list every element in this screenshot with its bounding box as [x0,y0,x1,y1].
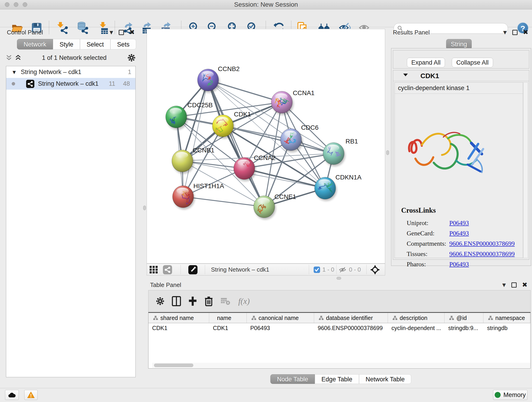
node-CDKN1A[interactable] [315,177,337,201]
column-header-shared-name[interactable]: shared name [148,313,209,323]
network-row[interactable]: String Network – cdk1 11 48 [6,78,135,89]
delete-column-trash-icon[interactable] [204,296,213,306]
node-CCNA1[interactable] [271,91,293,115]
column-header-description[interactable]: description [388,313,445,323]
node-label-CCNB1: CCNB1 [193,147,215,154]
bottom-splitter-grip[interactable] [336,277,341,280]
column-header-canonical-name[interactable]: canonical name [247,313,314,323]
node-CCNA2[interactable] [234,157,256,181]
node-label-CCNB2: CCNB2 [218,65,240,72]
tab-style[interactable]: Style [53,39,80,50]
show-columns-icon[interactable] [172,296,181,306]
crosslink-link[interactable]: 9606.ENSP00000378699 [449,250,515,258]
column-header-label: shared name [160,315,194,321]
crosslink-link[interactable]: 9606.ENSP00000378699 [449,240,515,247]
collection-expand-icon[interactable]: ▼ [13,70,16,75]
table-panel: Table Panel ▼ ✖ [145,280,532,388]
node-CDK1[interactable] [212,115,234,139]
crosslink-link[interactable]: P06493 [449,219,469,227]
hidden-count-eye-icon[interactable] [339,267,346,273]
tab-edge-table[interactable]: Edge Table [315,374,359,384]
birds-eye-view-icon[interactable] [370,265,380,274]
protein-description: cyclin-dependent kinase 1 [395,83,523,94]
cloud-status-button[interactable] [5,390,19,400]
crosslink-link[interactable]: P06493 [449,230,469,237]
protein-section-header[interactable]: CDK1 [393,70,529,81]
network-options-gear-icon[interactable] [127,54,136,62]
network-collection-row[interactable]: ▼ String Network – cdk1 1 [6,66,135,78]
left-splitter-grip[interactable] [143,206,146,210]
control-panel-float-icon[interactable] [119,30,124,35]
table-settings-gear-icon[interactable] [156,297,165,306]
section-collapse-icon[interactable] [403,73,408,77]
crosslink-link[interactable]: P06493 [449,261,469,268]
results-scrollbar[interactable] [523,82,528,258]
tab-node-table[interactable]: Node Table [270,374,315,384]
table-panel-menu-icon[interactable]: ▼ [502,283,506,287]
node-HIST1H1A[interactable] [172,186,195,210]
node-RB1[interactable] [323,143,345,166]
node-CDC6[interactable] [280,128,303,153]
expand-collapse-box: Expand All Collapse All [393,50,529,69]
table-cell: 9606.ENSP00000378699 [314,323,388,333]
network-list-toolbar: 1 of 1 Network selected [6,53,136,63]
table-horizontal-scrollbar [152,363,531,368]
crosslinks-heading: CrossLinks [401,206,515,215]
window-titlebar: Session: New Session [0,0,532,9]
table-panel-float-icon[interactable] [511,282,517,288]
selected-count-checkbox-icon[interactable] [314,267,320,273]
column-header-database-identifier[interactable]: database identifier [314,313,388,323]
node-label-CCNA2: CCNA2 [254,154,276,161]
node-CCNE1[interactable] [254,196,276,220]
tab-network-table[interactable]: Network Table [359,374,412,384]
results-panel-menu-icon[interactable]: ▼ [503,30,507,35]
node-label-CCNE1: CCNE1 [274,193,296,200]
grid-view-icon[interactable] [150,266,158,274]
control-panel-menu-icon[interactable]: ▼ [109,30,113,35]
collection-name: String Network – cdk1 [21,69,128,76]
collapse-all-button[interactable]: Collapse All [452,58,493,67]
tab-select[interactable]: Select [80,39,110,50]
crosslink-label: Pharos: [407,261,449,268]
column-header-label: canonical name [259,315,299,321]
memory-button[interactable]: Memory [493,390,527,400]
tab-sets[interactable]: Sets [110,39,136,50]
network-list: ▼ String Network – cdk1 1 String Network… [6,66,136,377]
shared-column-icon [153,316,158,320]
results-panel-float-icon[interactable] [512,30,518,35]
results-panel-close-icon[interactable]: ✖ [523,29,528,36]
column-header-namespace[interactable]: namespace [483,313,530,323]
table-row[interactable]: CDK1CDK1P064939606.ENSP00000378699cyclin… [148,323,530,333]
cloud-icon [8,392,16,398]
tab-network[interactable]: Network [17,39,53,50]
warnings-button[interactable] [24,390,38,400]
network-badge-icon[interactable] [163,265,172,274]
network-canvas[interactable]: CCNB2CCNA1CDC25BCDK1CDC6RB1CCNB1CCNA2CDK… [147,29,385,264]
node-label-CCNA1: CCNA1 [293,89,315,96]
create-column-icon[interactable] [188,296,197,306]
column-header-name[interactable]: name [209,313,247,323]
shared-column-icon [393,316,398,320]
crosslink-label: Tissues: [407,250,449,258]
detach-view-icon[interactable] [188,265,197,274]
table-scrollbar-thumb[interactable] [154,364,193,367]
crosslink-label: Uniprot: [407,219,449,227]
column-header-label: database identifier [326,315,373,321]
node-table: shared namenamecanonical namedatabase id… [148,312,531,369]
table-cell: stringdb:9... [444,323,483,333]
node-CDC25B[interactable] [166,106,188,130]
expand-all-icon[interactable] [15,55,21,61]
protein-details: cyclin-dependent kinase 1 [394,82,523,258]
shared-column-icon [449,316,454,320]
delete-table-icon [220,297,230,305]
column-header--id[interactable]: @id [444,313,483,323]
expand-all-button[interactable]: Expand All [407,58,445,67]
warning-icon [27,391,35,398]
collapse-all-icon[interactable] [6,55,12,61]
control-panel-close-icon[interactable]: ✖ [129,29,135,36]
node-label-HIST1H1A: HIST1H1A [193,182,224,190]
right-splitter-grip[interactable] [386,150,389,155]
table-panel-close-icon[interactable]: ✖ [522,282,527,288]
function-builder-icon: f(x) [238,296,250,306]
protein-name: CDK1 [420,72,439,80]
